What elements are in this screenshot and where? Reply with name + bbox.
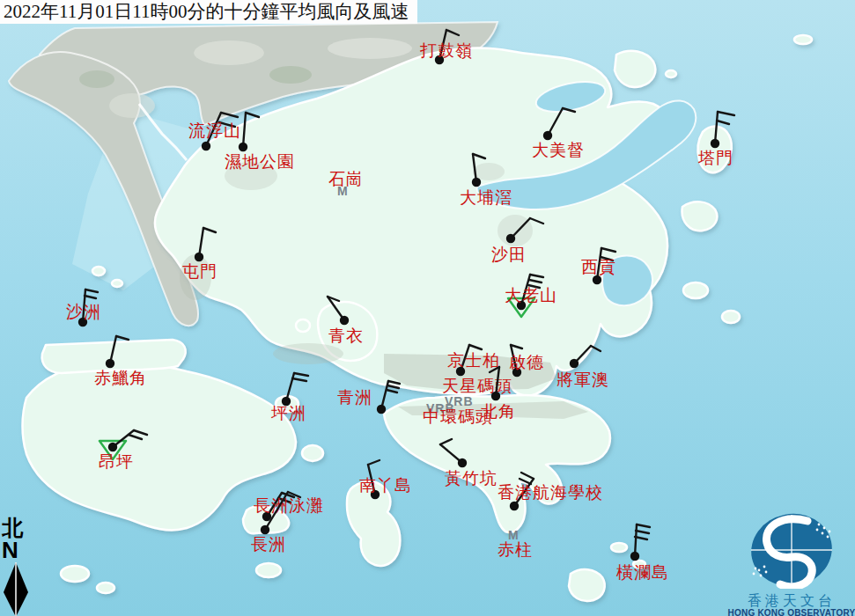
station-label: 黃竹坑 — [445, 469, 498, 488]
hko-logo-english: HONG KONG OBSERVATORY — [727, 608, 855, 616]
station-label: 坪洲 — [270, 404, 306, 422]
station-label: 打鼓嶺 — [419, 41, 473, 60]
station-dot — [506, 234, 515, 243]
land-hei-ling-chau — [302, 445, 323, 461]
station-label: 大埔滘 — [460, 188, 512, 207]
station-label: 赤鱲角 — [94, 369, 147, 387]
land-grass-island — [682, 202, 718, 231]
compass-letter: N — [2, 539, 33, 561]
compass-north: 北 N — [2, 517, 33, 616]
station-label: 昂坪 — [99, 452, 134, 471]
land-ma-wan — [296, 319, 310, 332]
station-dot — [472, 178, 481, 187]
station-label: 屯門 — [182, 262, 217, 281]
station-dot — [543, 131, 552, 140]
station-label: 啟德 — [509, 353, 544, 371]
land-soko-island-2 — [97, 583, 114, 593]
station-dot — [261, 525, 269, 534]
land-kat-o — [615, 51, 655, 87]
station-dot — [106, 359, 114, 368]
station-dot — [570, 359, 579, 368]
station-label: 濕地公園 — [225, 152, 295, 171]
hko-logo-chinese: 香港天文台 — [727, 593, 855, 608]
land-high-island — [683, 282, 708, 298]
station-label: 長洲 — [251, 535, 286, 554]
station-label: 南丫島 — [359, 476, 412, 495]
station-dot — [195, 253, 203, 261]
station-dot — [239, 143, 247, 151]
station-label: 流浮山 — [188, 121, 241, 140]
north-arrow-icon — [2, 561, 32, 616]
station-label: 大老山 — [505, 286, 557, 304]
land-sha-chau-islet — [112, 280, 122, 287]
station-label: 天星碼頭 — [442, 377, 512, 395]
land-outer-islet — [722, 311, 740, 323]
station-label: 青衣 — [328, 326, 364, 345]
station-label: 赤柱 — [498, 540, 533, 559]
land-waglan-islet-1 — [611, 543, 627, 552]
land-ap-chau — [666, 70, 676, 77]
station-label: 大美督 — [532, 141, 585, 159]
station-label: 京士柏 — [447, 351, 500, 370]
station-dot — [458, 458, 467, 467]
station-label: 長洲泳灘 — [254, 496, 324, 515]
station-label: 橫瀾島 — [615, 563, 669, 582]
station-label: 沙洲 — [66, 303, 101, 321]
station-dot — [108, 443, 117, 451]
station-dot — [202, 142, 210, 150]
hko-logo: 香港天文台 HONG KONG OBSERVATORY — [727, 511, 855, 616]
station-dot — [630, 552, 639, 561]
station-label: 香港航海學校 — [498, 483, 603, 502]
station-label: 西貢 — [581, 258, 616, 276]
station-dot — [377, 405, 386, 414]
station-label: 沙田 — [491, 246, 527, 264]
land-soko-island-1 — [61, 566, 89, 582]
station-label: 塔門 — [697, 149, 733, 167]
station-dot — [491, 392, 500, 400]
station-label: 石崗 — [328, 170, 364, 188]
land-po-toi — [569, 569, 605, 601]
land-ping-chau — [794, 35, 812, 44]
hko-logo-icon — [730, 511, 853, 589]
station-dot — [340, 316, 349, 325]
land-shek-kwu-chau — [256, 563, 281, 577]
station-label: 青洲 — [337, 388, 372, 407]
land-lung-kwu-chau — [92, 267, 105, 275]
station-dot — [711, 139, 719, 148]
map-title: 2022年11月01日11時00分的十分鐘平均風向及風速 — [0, 0, 417, 24]
station-label: 將軍澳 — [556, 370, 609, 389]
station-dot — [593, 275, 601, 284]
station-dot — [510, 502, 519, 510]
map-stage: 打鼓嶺流浮山濕地公園大美督塔門M石崗大埔滘沙田西貢大老山屯門沙洲青衣赤鱲角昂坪坪… — [0, 0, 855, 616]
station-label: 北角 — [481, 402, 516, 421]
